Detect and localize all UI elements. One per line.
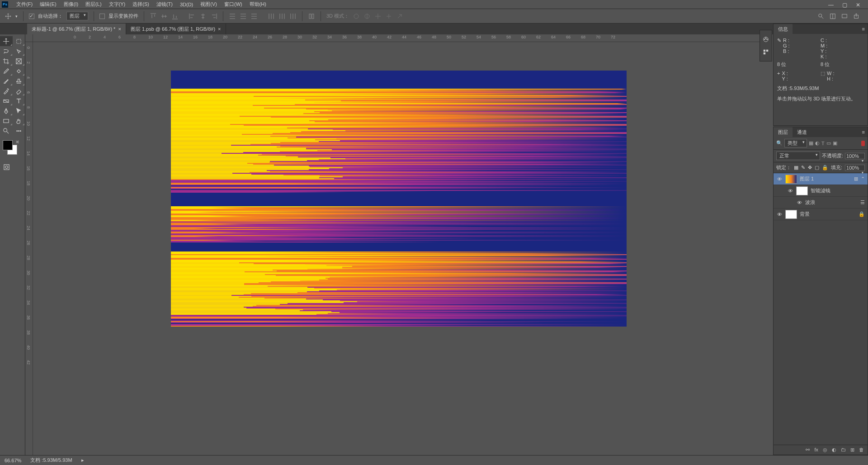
filter-edit-icon[interactable]: ☰ bbox=[860, 199, 865, 205]
group-icon[interactable]: 🗀 bbox=[841, 447, 846, 453]
quick-mask-tool[interactable] bbox=[0, 162, 13, 172]
window-minimize-icon[interactable]: — bbox=[827, 2, 835, 7]
color-panel-icon[interactable] bbox=[760, 33, 772, 46]
artboard-tool[interactable] bbox=[13, 36, 25, 46]
hand-tool[interactable] bbox=[13, 116, 25, 126]
3d-orbit-icon[interactable] bbox=[353, 13, 360, 20]
zoom-tool[interactable] bbox=[0, 126, 13, 136]
path-select-tool[interactable] bbox=[13, 106, 25, 116]
3d-roll-icon[interactable] bbox=[363, 13, 371, 20]
distribute-vcenter-icon[interactable] bbox=[240, 13, 247, 20]
menu-help[interactable]: 帮助(H) bbox=[246, 1, 270, 8]
layer-thumb[interactable] bbox=[785, 210, 797, 219]
search-icon[interactable] bbox=[817, 13, 825, 20]
distribute-top-icon[interactable] bbox=[229, 13, 236, 20]
color-swatches[interactable]: ⤭ bbox=[3, 140, 21, 158]
panel-menu-icon[interactable]: ≡ bbox=[859, 26, 868, 32]
layer-item[interactable]: 👁 智能滤镜 bbox=[774, 185, 868, 197]
move-tool-indicator-icon[interactable] bbox=[5, 13, 12, 20]
menu-type[interactable]: 文字(Y) bbox=[105, 1, 129, 8]
distribute-bottom-icon[interactable] bbox=[250, 13, 258, 20]
layers-tab[interactable]: 图层 bbox=[774, 127, 793, 137]
distribute-left-icon[interactable] bbox=[268, 13, 275, 20]
brush-tool[interactable] bbox=[0, 76, 13, 86]
align-vcenter-icon[interactable] bbox=[160, 13, 168, 20]
link-layers-icon[interactable]: ⚯ bbox=[806, 447, 810, 453]
3d-pan-icon[interactable] bbox=[374, 13, 382, 20]
history-brush-tool[interactable] bbox=[0, 86, 13, 96]
align-hcenter-icon[interactable] bbox=[199, 13, 207, 20]
menu-window[interactable]: 窗口(W) bbox=[221, 1, 246, 8]
smart-object-icon[interactable]: ⊞ bbox=[854, 176, 858, 182]
layer-item[interactable]: 👁 背景 🔒 bbox=[774, 209, 868, 220]
tab-close-icon[interactable]: × bbox=[118, 26, 121, 32]
ruler-horizontal[interactable]: 0246810121416182022242628303234363840424… bbox=[33, 34, 764, 42]
screen-mode-icon[interactable] bbox=[841, 13, 848, 20]
auto-select-dropdown[interactable]: 图层 bbox=[66, 12, 88, 20]
align-right-icon[interactable] bbox=[210, 13, 217, 20]
menu-select[interactable]: 选择(S) bbox=[129, 1, 153, 8]
arrange-docs-icon[interactable] bbox=[829, 13, 836, 20]
visibility-icon[interactable]: 👁 bbox=[776, 176, 783, 182]
align-bottom-icon[interactable] bbox=[171, 13, 179, 20]
layer-thumb[interactable] bbox=[796, 186, 808, 195]
crop-tool[interactable] bbox=[0, 56, 13, 66]
tab-close-icon[interactable]: × bbox=[218, 26, 221, 32]
ruler-origin[interactable] bbox=[25, 34, 33, 42]
swatches-panel-icon[interactable] bbox=[760, 46, 772, 58]
edit-toolbar[interactable] bbox=[13, 126, 25, 136]
layer-name[interactable]: 波浪 bbox=[805, 199, 815, 206]
filter-pixel-icon[interactable]: ▦ bbox=[809, 140, 813, 146]
panel-menu-icon[interactable]: ≡ bbox=[859, 129, 868, 135]
share-icon[interactable] bbox=[853, 13, 860, 20]
zoom-level[interactable]: 66.67% bbox=[5, 458, 21, 463]
type-tool[interactable] bbox=[13, 96, 25, 106]
rectangle-tool[interactable] bbox=[0, 116, 13, 126]
frame-tool[interactable] bbox=[13, 56, 25, 66]
status-arrow-icon[interactable]: ▸ bbox=[81, 457, 84, 463]
filter-type-icon[interactable]: T bbox=[821, 141, 825, 146]
canvas-viewport[interactable] bbox=[33, 42, 764, 455]
window-close-icon[interactable]: ✕ bbox=[854, 2, 862, 7]
filter-smart-icon[interactable]: ▣ bbox=[833, 140, 837, 146]
layer-thumb[interactable] bbox=[785, 175, 797, 184]
layer-name[interactable]: 智能滤镜 bbox=[811, 187, 830, 194]
lasso-tool[interactable] bbox=[0, 46, 13, 56]
filter-kind-dropdown[interactable]: 类型 bbox=[784, 139, 807, 147]
eraser-tool[interactable] bbox=[13, 86, 25, 96]
filter-shape-icon[interactable]: ▭ bbox=[826, 140, 831, 146]
visibility-icon[interactable]: 👁 bbox=[776, 212, 783, 217]
lock-paint-icon[interactable]: ✎ bbox=[801, 165, 805, 171]
menu-3d[interactable]: 3D(D) bbox=[176, 2, 197, 7]
menu-image[interactable]: 图像(I) bbox=[60, 1, 82, 8]
ruler-vertical[interactable]: 024681012141618202224262830323436384042 bbox=[25, 42, 33, 455]
menu-view[interactable]: 视图(V) bbox=[197, 1, 221, 8]
distribute-right-icon[interactable] bbox=[289, 13, 297, 20]
move-tool[interactable] bbox=[0, 36, 13, 46]
quick-select-tool[interactable] bbox=[13, 46, 25, 56]
3d-slide-icon[interactable] bbox=[385, 13, 392, 20]
menu-edit[interactable]: 编辑(E) bbox=[36, 1, 60, 8]
menu-filter[interactable]: 滤镜(T) bbox=[153, 1, 176, 8]
align-left-icon[interactable] bbox=[189, 13, 196, 20]
eyedropper-tool[interactable] bbox=[0, 66, 13, 76]
opacity-input[interactable]: 100% bbox=[845, 153, 865, 159]
layer-item[interactable]: 👁 波浪 ☰ bbox=[774, 197, 868, 209]
align-top-icon[interactable] bbox=[150, 13, 157, 20]
delete-layer-icon[interactable]: 🗑 bbox=[859, 447, 864, 453]
filter-toggle[interactable] bbox=[861, 141, 865, 146]
3d-zoom-icon[interactable] bbox=[396, 13, 403, 20]
channels-tab[interactable]: 通道 bbox=[793, 127, 811, 137]
window-maximize-icon[interactable]: ▢ bbox=[841, 2, 848, 7]
visibility-icon[interactable]: 👁 bbox=[796, 200, 802, 205]
distribute-hcenter-icon[interactable] bbox=[278, 13, 286, 20]
canvas[interactable] bbox=[171, 71, 627, 327]
filter-adjust-icon[interactable]: ◐ bbox=[815, 140, 820, 146]
layer-name[interactable]: 背景 bbox=[800, 211, 810, 218]
auto-select-checkbox[interactable] bbox=[29, 14, 34, 19]
chevron-icon[interactable]: ⌃ bbox=[861, 176, 865, 182]
adjustment-icon[interactable]: ◐ bbox=[832, 447, 836, 453]
mask-icon[interactable]: ◎ bbox=[823, 447, 827, 453]
layer-item[interactable]: 👁 图层 1 ⊞ ⌃ bbox=[774, 173, 868, 185]
lock-trans-icon[interactable]: ▦ bbox=[794, 165, 798, 171]
